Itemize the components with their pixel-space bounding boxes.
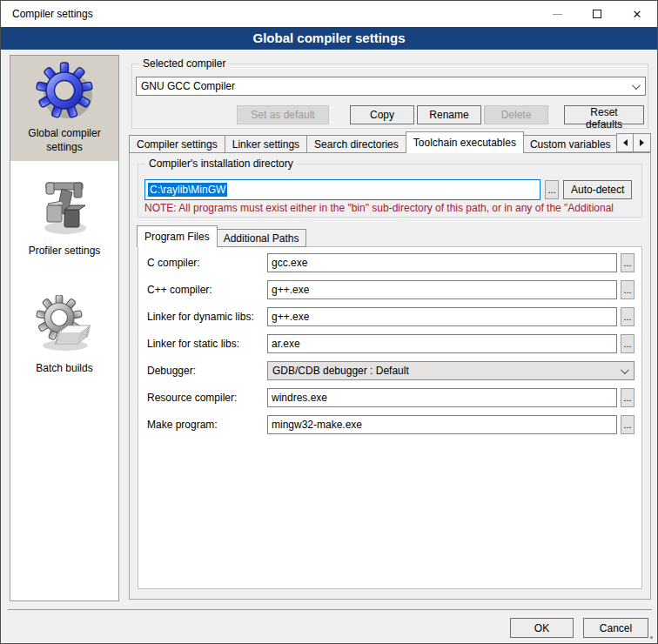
auto-detect-button[interactable]: Auto-detect — [563, 180, 632, 199]
dynamic-linker-input[interactable] — [267, 307, 617, 326]
cpp-compiler-browse-button[interactable]: ... — [621, 280, 634, 299]
resource-compiler-row: Resource compiler: ... — [147, 388, 634, 407]
sidebar-item-global-compiler-settings[interactable]: Global compiler settings — [10, 56, 118, 161]
field-label: Resource compiler: — [147, 392, 267, 404]
c-compiler-input[interactable] — [267, 253, 617, 272]
chevron-down-icon — [621, 366, 629, 374]
cpp-compiler-row: C++ compiler: ... — [147, 280, 634, 299]
maximize-icon — [593, 10, 601, 18]
tab-linker-settings[interactable]: Linker settings — [225, 135, 307, 153]
static-linker-row: Linker for static libs: ... — [147, 334, 634, 353]
sidebar-item-batch-builds[interactable]: Batch builds — [10, 291, 118, 382]
minimize-icon — [553, 14, 562, 15]
close-icon: ✕ — [633, 9, 642, 20]
settings-category-list: Global compiler settings Profiler settin… — [10, 55, 119, 601]
field-label: Linker for dynamic libs: — [147, 311, 267, 323]
footer-divider — [8, 609, 652, 610]
field-label: Linker for static libs: — [147, 338, 267, 350]
sidebar-item-label: Batch builds — [12, 361, 117, 375]
field-label: Debugger: — [147, 365, 267, 377]
blue-gear-icon — [36, 60, 93, 121]
installation-directory-input[interactable]: C:\raylib\MinGW — [144, 179, 540, 200]
profiler-icon — [36, 178, 93, 238]
copy-button[interactable]: Copy — [350, 105, 414, 124]
make-program-input[interactable] — [267, 415, 617, 434]
title-bar: Compiler settings ✕ — [1, 1, 657, 27]
triangle-right-icon — [640, 139, 644, 146]
program-files-tab-strip: Program Files Additional Paths — [138, 226, 306, 247]
ok-button[interactable]: OK — [510, 618, 574, 638]
batch-builds-icon — [36, 295, 93, 356]
tab-scroll-right-button[interactable] — [634, 133, 651, 152]
tab-scroll-buttons — [616, 133, 651, 152]
close-button[interactable]: ✕ — [617, 1, 657, 27]
window-controls: ✕ — [537, 1, 657, 27]
sidebar-item-label: Profiler settings — [12, 244, 117, 258]
cancel-button[interactable]: Cancel — [583, 618, 648, 638]
c-compiler-browse-button[interactable]: ... — [621, 253, 634, 272]
field-label: Make program: — [147, 419, 267, 431]
dynamic-linker-browse-button[interactable]: ... — [621, 307, 634, 326]
resource-compiler-input[interactable] — [267, 388, 617, 407]
delete-button[interactable]: Delete — [484, 105, 548, 124]
tab-compiler-settings[interactable]: Compiler settings — [129, 135, 225, 153]
make-program-browse-button[interactable]: ... — [621, 415, 634, 434]
sidebar-item-profiler-settings[interactable]: Profiler settings — [10, 173, 118, 265]
minimize-button[interactable] — [537, 1, 577, 27]
static-linker-input[interactable] — [267, 334, 617, 353]
toolchain-executables-page: Compiler's installation directory C:\ray… — [129, 152, 651, 600]
set-as-default-button[interactable]: Set as default — [237, 105, 329, 124]
triangle-left-icon — [623, 139, 628, 146]
group-label: Compiler's installation directory — [145, 158, 297, 170]
static-linker-browse-button[interactable]: ... — [621, 334, 634, 353]
program-files-page: C compiler: ... C++ compiler: ... Linker… — [138, 246, 642, 589]
maximize-button[interactable] — [577, 1, 617, 27]
tab-scroll-left-button[interactable] — [616, 133, 634, 152]
window-title: Compiler settings — [12, 1, 93, 27]
dynamic-linker-row: Linker for dynamic libs: ... — [147, 307, 634, 326]
compiler-select-value: GNU GCC Compiler — [141, 80, 235, 92]
rename-button[interactable]: Rename — [417, 105, 481, 124]
compiler-select[interactable]: GNU GCC Compiler — [136, 77, 646, 96]
make-program-row: Make program: ... — [147, 415, 634, 434]
field-label: C++ compiler: — [147, 284, 267, 296]
tab-program-files[interactable]: Program Files — [137, 225, 218, 247]
directory-browse-button[interactable]: ... — [545, 180, 559, 199]
sidebar-item-label: Global compiler settings — [12, 126, 117, 154]
debugger-select-value: GDB/CDB debugger : Default — [272, 365, 409, 377]
settings-tab-strip: Compiler settings Linker settings Search… — [129, 131, 652, 153]
page-title: Global compiler settings — [1, 27, 657, 50]
tab-search-directories[interactable]: Search directories — [307, 135, 406, 153]
reset-defaults-button[interactable]: Reset defaults — [564, 105, 644, 124]
field-label: C compiler: — [147, 257, 267, 269]
debugger-select[interactable]: GDB/CDB debugger : Default — [267, 361, 634, 380]
tab-additional-paths[interactable]: Additional Paths — [217, 229, 307, 247]
selected-text: C:\raylib\MinGW — [148, 183, 227, 197]
selected-compiler-group: Selected compiler GNU GCC Compiler Set a… — [131, 64, 648, 129]
tab-custom-variables[interactable]: Custom variables — [523, 135, 619, 153]
group-label: Selected compiler — [139, 57, 229, 70]
compiler-buttons-row: Set as default Copy Rename Delete Reset … — [136, 105, 644, 124]
chevron-down-icon — [632, 81, 641, 90]
installation-directory-group: Compiler's installation directory C:\ray… — [138, 164, 642, 218]
bin-subdirectory-note: NOTE: All programs must exist either in … — [144, 202, 640, 214]
c-compiler-row: C compiler: ... — [147, 253, 634, 272]
resize-grip[interactable] — [650, 636, 653, 639]
compiler-settings-dialog: Compiler settings ✕ Global compiler sett… — [0, 0, 658, 644]
debugger-row: Debugger: GDB/CDB debugger : Default — [147, 361, 634, 380]
cpp-compiler-input[interactable] — [267, 280, 617, 299]
resource-compiler-browse-button[interactable]: ... — [621, 388, 634, 407]
tab-toolchain-executables[interactable]: Toolchain executables — [406, 131, 524, 153]
